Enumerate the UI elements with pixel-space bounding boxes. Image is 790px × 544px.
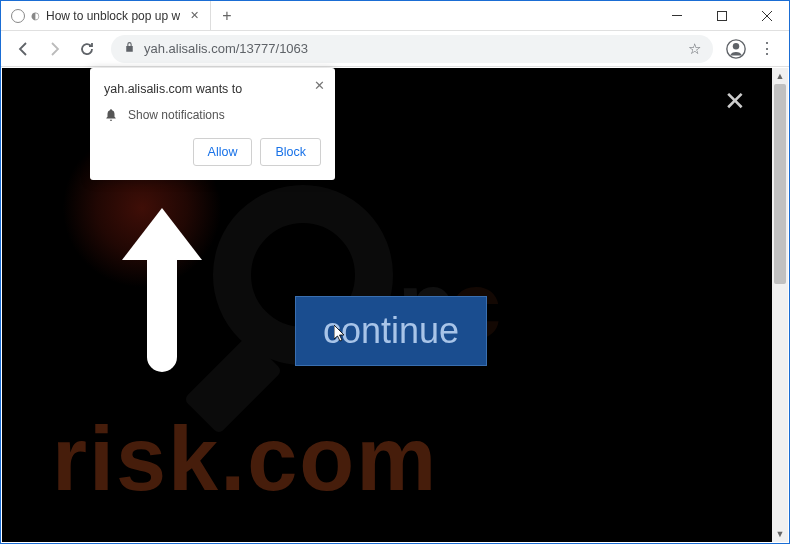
continue-label: continue — [323, 310, 459, 352]
continue-button[interactable]: continue — [295, 296, 487, 366]
reload-button[interactable] — [73, 35, 101, 63]
scrollbar-thumb[interactable] — [774, 84, 786, 284]
page-close-button[interactable]: ✕ — [720, 86, 750, 116]
minimize-icon — [672, 15, 682, 16]
watermark-text: risk.com — [52, 408, 790, 511]
vertical-scrollbar[interactable]: ▲ ▼ — [772, 68, 788, 542]
dots-vertical-icon: ⋮ — [759, 39, 775, 58]
back-button[interactable] — [9, 35, 37, 63]
bell-icon — [104, 108, 118, 122]
arrow-right-icon — [47, 41, 63, 57]
page-content: p c risk.com ✕ continue ✕ yah.alisalis.c… — [2, 68, 788, 542]
profile-icon — [725, 38, 747, 60]
bookmark-star-icon[interactable]: ☆ — [688, 40, 701, 58]
address-bar[interactable]: yah.alisalis.com/13777/1063 ☆ — [111, 35, 713, 63]
reload-icon — [79, 41, 95, 57]
tab-title: How to unblock pop up windo — [46, 9, 180, 23]
allow-button[interactable]: Allow — [193, 138, 253, 166]
svg-rect-0 — [672, 15, 682, 16]
notification-close-icon[interactable]: ✕ — [314, 78, 325, 93]
browser-tab[interactable]: ◐ How to unblock pop up windo ✕ — [1, 1, 211, 30]
notification-permission-label: Show notifications — [128, 108, 225, 122]
tab-close-icon[interactable]: ✕ — [190, 10, 200, 22]
close-window-button[interactable] — [744, 1, 789, 30]
notification-permission-popup: ✕ yah.alisalis.com wants to Show notific… — [90, 68, 335, 180]
globe-icon — [11, 9, 25, 23]
loading-indicator: ◐ — [31, 10, 40, 21]
forward-button[interactable] — [41, 35, 69, 63]
maximize-icon — [717, 11, 727, 21]
close-icon — [762, 11, 772, 21]
maximize-button[interactable] — [699, 1, 744, 30]
window-controls — [654, 1, 789, 30]
lock-icon — [123, 40, 136, 58]
minimize-button[interactable] — [654, 1, 699, 30]
new-tab-button[interactable]: + — [213, 2, 241, 30]
svg-rect-1 — [717, 11, 726, 20]
block-button[interactable]: Block — [260, 138, 321, 166]
menu-button[interactable]: ⋮ — [753, 39, 781, 58]
arrow-left-icon — [15, 41, 31, 57]
notification-origin: yah.alisalis.com wants to — [104, 82, 321, 96]
titlebar: ◐ How to unblock pop up windo ✕ + — [1, 1, 789, 31]
profile-button[interactable] — [723, 36, 749, 62]
svg-point-3 — [733, 43, 739, 49]
scroll-up-icon[interactable]: ▲ — [772, 68, 788, 84]
toolbar: yah.alisalis.com/13777/1063 ☆ ⋮ — [1, 31, 789, 67]
url-text: yah.alisalis.com/13777/1063 — [144, 41, 680, 56]
scroll-down-icon[interactable]: ▼ — [772, 526, 788, 542]
